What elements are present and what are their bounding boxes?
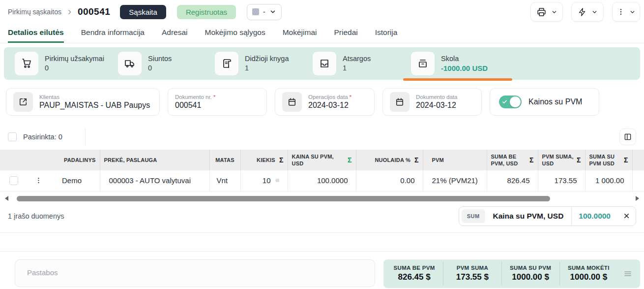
chevron-down-icon (591, 9, 598, 15)
external-link-icon (13, 92, 33, 112)
table-row: Demo 000003 - AUTO valytuvai Vnt 10 100.… (0, 170, 644, 191)
tab-mokejimai[interactable]: Mokėjimai (283, 24, 317, 43)
inventory-icon (313, 52, 336, 75)
cell-kiekis[interactable]: 10 (240, 170, 288, 191)
tab-detalios-eilutes[interactable]: Detalios eilutės (8, 24, 64, 43)
required-marker: * (213, 94, 215, 100)
print-button[interactable] (530, 2, 563, 22)
column-settings-button[interactable] (619, 128, 636, 145)
column-header-suma-su-pvm[interactable]: SUMA SU PVM USDΣ (585, 150, 632, 170)
calendar-icon (282, 92, 302, 112)
summary-card-shipments[interactable]: Siuntos 0 (118, 52, 215, 75)
cell-kaina-su-pvm[interactable]: 100.0000 (288, 170, 356, 191)
kainos-su-pvm-card: Kainos su PVM (490, 88, 599, 116)
selection-count: Pasirinkta: 0 (23, 133, 62, 141)
actions-button[interactable] (571, 2, 604, 22)
columns-icon (623, 132, 632, 141)
total-pvm-suma: PVM SUMA 173.55 $ (443, 262, 501, 285)
field-value: 2024-03-12 (308, 101, 351, 110)
dokumento-data-field[interactable]: Dokumento data 2024-03-12 (382, 88, 482, 116)
scrollbar-thumb[interactable] (17, 196, 550, 201)
more-options-button[interactable] (612, 2, 640, 22)
close-icon[interactable] (617, 207, 636, 225)
summary-card-value: 0 (45, 64, 104, 73)
total-suma-be-pvm: SUMA BE PVM 826.45 $ (385, 262, 443, 285)
column-header-pvm[interactable]: PVM (423, 150, 487, 170)
breadcrumb-chevron-icon (66, 9, 73, 15)
tab-mokejimo-salygos[interactable]: Mokėjimo sąlygos (205, 24, 265, 43)
sum-sigma-icon[interactable]: Σ (414, 156, 419, 164)
scroll-left-arrow[interactable] (5, 196, 8, 201)
cell-pvm-suma[interactable]: 173.55 (538, 170, 585, 191)
sum-sigma-icon-active[interactable]: Σ (348, 156, 352, 164)
aggregation-row: 1 įrašo duomenys SUM Kaina su PVM, USD 1… (0, 202, 644, 232)
sum-chip-value: 100.0000 (571, 207, 617, 225)
toggle-label: Kainos su PVM (528, 97, 582, 106)
column-header-preke-paslauga[interactable]: PREKĖ, PASLAUGA (100, 150, 209, 170)
summary-card-label: Didžioji knyga (245, 54, 289, 64)
totals-menu-icon[interactable] (617, 269, 638, 278)
select-all-checkbox[interactable] (8, 132, 17, 141)
footer: SUMA BE PVM 826.45 $ PVM SUMA 173.55 $ S… (0, 252, 644, 288)
toggle-knob (510, 96, 521, 107)
chevron-down-icon (629, 9, 636, 15)
column-header-suma-be-pvm[interactable]: SUMA BE PVM, USDΣ (487, 150, 538, 170)
row-checkbox[interactable] (9, 176, 18, 185)
check-icon (502, 99, 507, 104)
summary-card-label: Atsargos (343, 54, 371, 64)
tab-istorija[interactable]: Istorija (375, 24, 398, 43)
cart-icon (15, 52, 38, 75)
cell-suma-su-pvm[interactable]: 1 000.00 (585, 170, 632, 191)
sum-chip: SUM Kaina su PVM, USD 100.0000 (459, 206, 636, 226)
tab-adresai[interactable]: Adresai (162, 24, 188, 43)
status-badge: Registruotas (177, 5, 236, 19)
scrollbar-track[interactable] (12, 196, 632, 201)
column-header-nuolaida[interactable]: NUOLAIDA %Σ (356, 150, 423, 170)
summary-card-label: Siuntos (148, 54, 172, 64)
summary-card-general-ledger[interactable]: Didžioji knyga 1 (215, 52, 313, 75)
cell-matas[interactable]: Vnt (209, 170, 240, 191)
cell-padalinys[interactable]: Demo (49, 170, 100, 191)
column-header-matas[interactable]: MATAS (209, 150, 240, 170)
operacijos-data-field[interactable]: Operacijos data * 2024-03-12 (275, 88, 375, 116)
column-header-pvm-suma[interactable]: PVM SUMA, USDΣ (538, 150, 585, 170)
row-kebab-menu-icon[interactable] (31, 176, 45, 185)
scroll-right-arrow[interactable] (636, 196, 639, 201)
cell-suma-be-pvm[interactable]: 826.45 (487, 170, 538, 191)
tab-priedai[interactable]: Priedai (334, 24, 357, 43)
breadcrumb[interactable]: Pirkimų sąskaitos (8, 8, 61, 16)
document-number: 000541 (78, 6, 110, 17)
dokumento-nr-field[interactable]: Dokumento nr. * 000541 (168, 88, 267, 116)
summary-card-debt[interactable]: Skola -1000.00 USD (411, 52, 488, 75)
tab-bendra-informacija[interactable]: Bendra informacija (81, 24, 145, 43)
total-suma-moketi: SUMA MOKĖTI 1000.00 $ (560, 262, 617, 285)
field-value: PAUP_MAISTAS - UAB Paupys (39, 101, 150, 110)
column-header-kaina-su-pvm[interactable]: KAINA SU PVM, USDΣ (288, 150, 356, 170)
cell-nuolaida[interactable]: 0.00 (356, 170, 423, 191)
printer-icon (536, 7, 547, 17)
column-header-spacer (632, 150, 644, 170)
summary-card-purchase-orders[interactable]: Pirkimų užsakymai 0 (15, 52, 118, 75)
ledger-icon (215, 52, 238, 75)
sum-chip-tag: SUM (462, 209, 485, 223)
sum-sigma-icon[interactable]: Σ (529, 156, 534, 164)
tag-dropdown[interactable]: - (247, 4, 282, 20)
kainos-su-pvm-toggle[interactable] (499, 96, 522, 108)
cell-preke-paslauga[interactable]: 000003 - AUTO valytuvai (100, 170, 209, 191)
cell-pvm[interactable]: 21% (PVM21) (423, 170, 487, 191)
klientas-field[interactable]: Klientas PAUP_MAISTAS - UAB Paupys (6, 88, 160, 116)
column-header-padalinys[interactable]: PADALINYS (0, 150, 100, 170)
tag-dropdown-value: - (263, 8, 265, 16)
divider (85, 128, 86, 145)
summary-card-value: -1000.00 USD (441, 64, 488, 73)
document-type-badge: Sąskaita (120, 5, 166, 19)
sum-sigma-icon[interactable]: Σ (577, 156, 581, 164)
kebab-menu-icon (617, 7, 625, 16)
column-header-kiekis[interactable]: KIEKISΣ (240, 150, 288, 170)
summary-card-inventory[interactable]: Atsargos 1 (313, 52, 411, 75)
sum-sigma-icon[interactable]: Σ (279, 156, 284, 164)
sum-sigma-icon[interactable]: Σ (624, 156, 628, 164)
quantity-lines-icon[interactable] (274, 178, 281, 183)
debt-icon (411, 52, 435, 75)
notes-input[interactable] (15, 259, 375, 287)
